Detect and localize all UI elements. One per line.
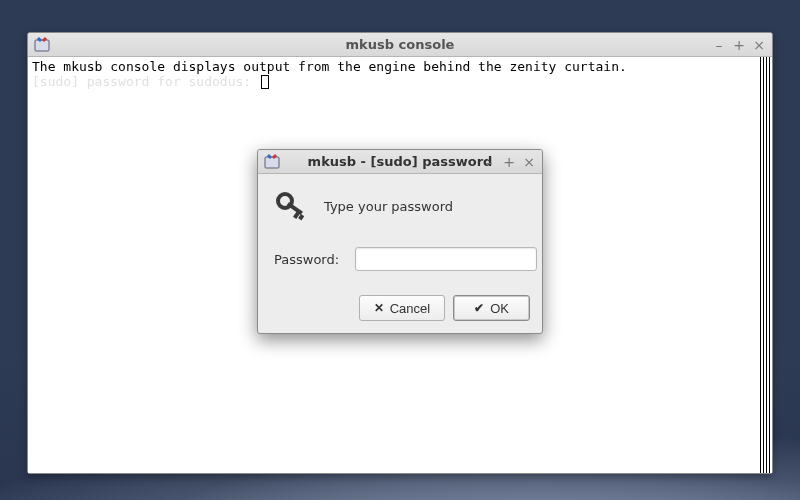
svg-rect-0 (35, 40, 49, 51)
password-field-row: Password: (274, 247, 526, 271)
console-window-controls: – + × (712, 37, 766, 53)
console-caret (261, 75, 269, 89)
ok-button[interactable]: ✔ OK (453, 295, 530, 321)
desktop-background: mkusb console – + × The mkusb console di… (0, 0, 800, 500)
ok-button-label: OK (490, 301, 509, 316)
console-line-2: [sudo] password for sudodus: (32, 74, 251, 89)
dialog-titlebar[interactable]: mkusb - [sudo] password – + × (258, 150, 542, 174)
console-line-1: The mkusb console displays output from t… (32, 59, 627, 74)
app-icon (34, 37, 50, 53)
password-input[interactable] (355, 247, 537, 271)
dialog-button-row: ✕ Cancel ✔ OK (258, 295, 542, 333)
maximize-button[interactable]: + (502, 154, 516, 170)
close-button[interactable]: × (752, 37, 766, 53)
ok-icon: ✔ (474, 301, 484, 315)
password-dialog: mkusb - [sudo] password – + × (257, 149, 543, 334)
dialog-prompt: Type your password (324, 199, 453, 214)
maximize-button[interactable]: + (732, 37, 746, 53)
dialog-header: Type your password (274, 188, 526, 225)
minimize-button[interactable]: – (712, 37, 726, 53)
app-icon (264, 154, 280, 170)
cancel-icon: ✕ (374, 301, 384, 315)
dialog-content: Type your password Password: (258, 174, 542, 295)
minimize-button[interactable]: – (482, 154, 496, 170)
console-titlebar[interactable]: mkusb console – + × (28, 33, 772, 57)
dialog-window-controls: – + × (482, 154, 536, 170)
svg-rect-1 (265, 157, 279, 168)
console-title: mkusb console (28, 37, 772, 52)
console-scroll-region (760, 57, 772, 473)
cancel-button-label: Cancel (390, 301, 430, 316)
cancel-button[interactable]: ✕ Cancel (359, 295, 445, 321)
close-button[interactable]: × (522, 154, 536, 170)
key-icon (274, 188, 308, 225)
password-label: Password: (274, 252, 339, 267)
